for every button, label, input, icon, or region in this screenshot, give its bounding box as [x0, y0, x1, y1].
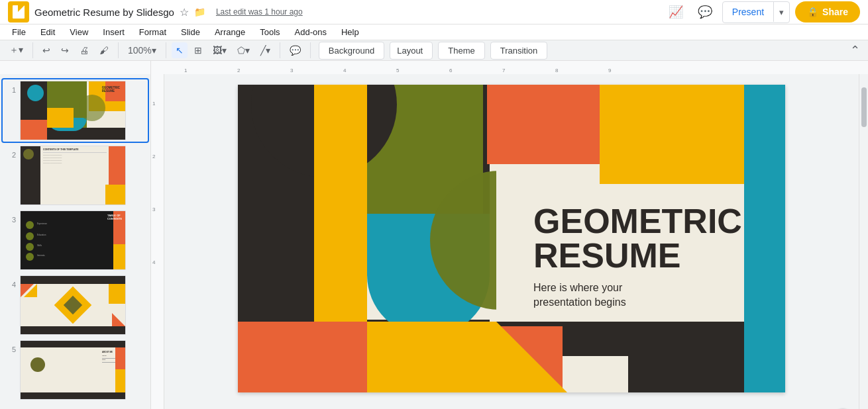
ruler-tick: 1: [184, 68, 187, 73]
present-main-button[interactable]: Present: [723, 2, 774, 22]
slide-thumb-5[interactable]: 5 ABOUT ME Name Role: [3, 339, 148, 401]
slide-thumb-2[interactable]: 2 CONTENTS OF THIS TEMPLATE ────────────…: [3, 144, 148, 206]
textbox-button[interactable]: ⊞: [190, 42, 206, 58]
collapse-toolbar-button[interactable]: ⌃: [847, 40, 863, 60]
sep1: [32, 42, 33, 58]
scrollbar-thumb[interactable]: [861, 87, 867, 127]
ruler-tick: 4: [343, 68, 346, 73]
menu-insert[interactable]: Insert: [96, 24, 131, 40]
menu-format[interactable]: Format: [133, 24, 173, 40]
line-button[interactable]: ╱▾: [256, 42, 274, 58]
ruler-v-tick: 4: [152, 259, 155, 265]
slide-thumb-1[interactable]: 1 GEOMETRICRESUME: [3, 79, 148, 142]
slide-subtitle: Here is where yourpresentation begins: [533, 281, 732, 310]
toolbar-right: ⌃: [847, 40, 863, 60]
image-button[interactable]: 🖼▾: [209, 42, 231, 58]
paint-format-button[interactable]: 🖌: [95, 42, 113, 58]
doc-title[interactable]: Geometric Resume by Slidesgo: [34, 7, 174, 18]
sl-yellow-topright: [600, 85, 745, 184]
star-icon[interactable]: ☆: [180, 6, 189, 19]
transition-button[interactable]: Transition: [490, 42, 548, 60]
slide-preview-2: CONTENTS OF THIS TEMPLATE ──────────────…: [20, 146, 126, 205]
slide-preview-4: [20, 275, 126, 335]
slide-thumb-3[interactable]: 3 TABLE OFCONTENTS Experience Education …: [3, 209, 148, 271]
sl-coral-bl: [238, 322, 367, 392]
app-icon-inner: [13, 5, 25, 19]
ruler-tick: 9: [608, 68, 611, 73]
menu-tools[interactable]: Tools: [253, 24, 286, 40]
ruler-tick: 2: [237, 68, 240, 73]
menu-addons[interactable]: Add-ons: [288, 24, 333, 40]
sl-dark-br: [628, 322, 744, 392]
present-button-group: Present ▾: [722, 1, 790, 23]
ruler-corner: [0, 61, 151, 74]
redo-button[interactable]: ↪: [57, 42, 73, 58]
menu-view[interactable]: View: [63, 24, 95, 40]
app-icon: [8, 1, 29, 23]
share-button[interactable]: 🔒 Share: [795, 1, 860, 23]
slide-num-1: 1: [5, 86, 16, 94]
theme-button[interactable]: Theme: [438, 42, 484, 60]
add-button[interactable]: ＋▾: [5, 42, 27, 59]
ruler-vertical: 1 2 3 4: [151, 74, 164, 409]
menu-edit[interactable]: Edit: [34, 24, 62, 40]
comment-button[interactable]: 💬: [286, 42, 305, 58]
menu-arrange[interactable]: Arrange: [208, 24, 252, 40]
ruler-tick: 6: [449, 68, 452, 73]
analytics-icon[interactable]: 📈: [664, 0, 688, 24]
slide-preview-1: GEOMETRICRESUME: [20, 81, 126, 140]
sep2: [118, 42, 119, 58]
zoom-button[interactable]: 100%▾: [124, 42, 160, 58]
slides-list: 1 GEOMETRICRESUME: [0, 74, 151, 409]
sl-yellow-tri: [496, 322, 567, 392]
slides-panel: 1 GEOMETRICRESUME: [0, 74, 151, 409]
slide-title: GEOMETRIC RESUME: [533, 204, 732, 273]
slide-num-4: 4: [5, 281, 16, 289]
slide-num-5: 5: [5, 345, 16, 353]
ruler-v-tick: 1: [152, 101, 155, 107]
undo-button[interactable]: ↩: [38, 42, 54, 58]
background-button[interactable]: Background: [319, 42, 384, 60]
ruler-tick: 7: [502, 68, 505, 73]
slide-thumb-4[interactable]: 4: [3, 274, 148, 336]
main-area: 1 GEOMETRICRESUME: [0, 74, 868, 409]
vertical-scrollbar[interactable]: [859, 74, 868, 409]
folder-icon[interactable]: 📁: [194, 7, 205, 17]
ruler-horizontal: 1 2 3 4 5 6 7 8 9: [151, 61, 868, 74]
shape-button[interactable]: ⬠▾: [233, 42, 254, 58]
share-label: Share: [822, 7, 848, 17]
sep5: [310, 42, 311, 58]
slide-preview-3: TABLE OFCONTENTS Experience Education Sk…: [20, 210, 126, 270]
sep3: [166, 42, 166, 58]
comments-icon[interactable]: 💬: [693, 0, 717, 24]
print-button[interactable]: 🖨: [76, 42, 93, 58]
present-dropdown-button[interactable]: ▾: [774, 2, 789, 23]
ruler-tick: 3: [290, 68, 293, 73]
toolbar: ＋▾ ↩ ↪ 🖨 🖌 100%▾ ↖ ⊞ 🖼▾ ⬠▾ ╱▾ 💬 Backgrou…: [0, 40, 868, 61]
sl-coral-topright: [487, 85, 600, 164]
slide-canvas[interactable]: GEOMETRIC RESUME Here is where yourprese…: [238, 85, 785, 392]
layout-button[interactable]: Layout: [390, 42, 433, 60]
slide-title-line1: GEOMETRIC: [533, 202, 742, 240]
app-layout: Geometric Resume by Slidesgo ☆ 📁 Last ed…: [0, 0, 868, 409]
select-button[interactable]: ↖: [172, 42, 188, 58]
menu-help[interactable]: Help: [335, 24, 366, 40]
slide-preview-5: ABOUT ME Name Role: [20, 340, 126, 400]
slide-title-line2: RESUME: [533, 236, 680, 275]
sep4: [280, 42, 280, 58]
menu-slide[interactable]: Slide: [174, 24, 207, 40]
header-right: 📈 💬 Present ▾ 🔒 Share: [664, 0, 860, 24]
ruler-v-tick: 2: [152, 154, 155, 159]
ruler-tick: 5: [396, 68, 399, 73]
slide-num-3: 3: [5, 216, 16, 224]
ruler-v-tick: 3: [152, 206, 155, 212]
sl-teal-strip: [744, 85, 785, 392]
lock-icon: 🔒: [807, 7, 818, 17]
last-edit[interactable]: Last edit was 1 hour ago: [216, 7, 303, 17]
menu-file[interactable]: File: [5, 24, 32, 40]
sl-yellow-bl: [367, 322, 496, 392]
header: Geometric Resume by Slidesgo ☆ 📁 Last ed…: [0, 0, 868, 24]
menubar: File Edit View Insert Format Slide Arran…: [0, 24, 868, 40]
slide-num-2: 2: [5, 151, 16, 159]
canvas-area: 1 2 3 4: [151, 74, 859, 409]
